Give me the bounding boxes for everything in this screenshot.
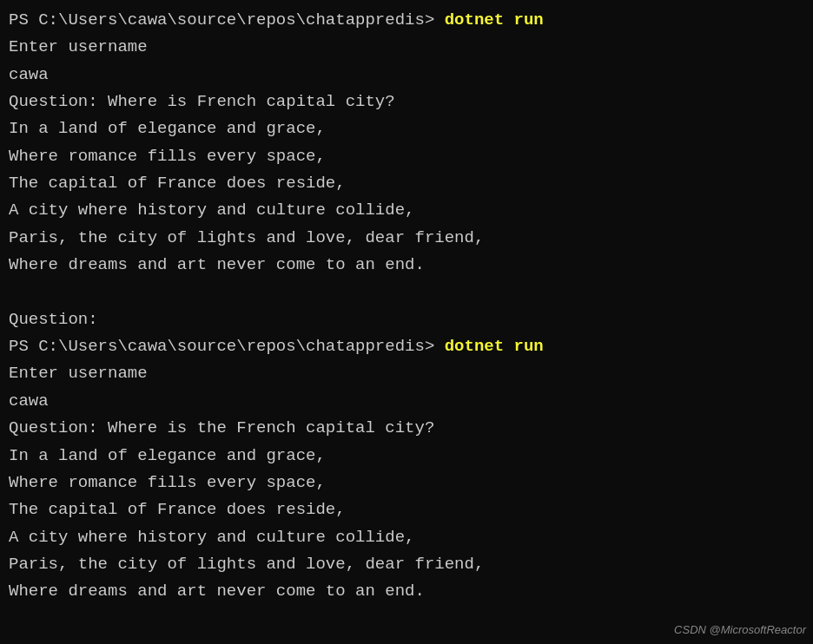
terminal-line: In a land of elegance and grace, bbox=[9, 443, 804, 470]
terminal-line: A city where history and culture collide… bbox=[9, 197, 804, 224]
terminal-line: The capital of France does reside, bbox=[9, 170, 804, 197]
terminal-line: Paris, the city of lights and love, dear… bbox=[9, 551, 804, 578]
watermark: CSDN @MicrosoftReactor bbox=[674, 621, 806, 639]
terminal-line: Enter username bbox=[9, 360, 804, 387]
terminal-line: Where romance fills every space, bbox=[9, 143, 804, 170]
terminal-line: Enter username bbox=[9, 34, 804, 61]
terminal-container: PS C:\Users\cawa\source\repos\chatappred… bbox=[9, 7, 804, 606]
terminal-line: Where dreams and art never come to an en… bbox=[9, 252, 804, 279]
terminal-line: The capital of France does reside, bbox=[9, 496, 804, 523]
terminal-line: Question: Where is the French capital ci… bbox=[9, 415, 804, 442]
terminal-line: Question: Where is French capital city? bbox=[9, 89, 804, 115]
terminal-line: PS C:\Users\cawa\source\repos\chatappred… bbox=[9, 7, 804, 34]
terminal-line: PS C:\Users\cawa\source\repos\chatappred… bbox=[9, 333, 804, 360]
terminal-line: Where dreams and art never come to an en… bbox=[9, 578, 804, 605]
terminal-line: cawa bbox=[9, 388, 804, 415]
terminal-line: In a land of elegance and grace, bbox=[9, 115, 804, 142]
terminal-line: Question: bbox=[9, 306, 804, 333]
terminal-line: A city where history and culture collide… bbox=[9, 524, 804, 551]
spacer-line bbox=[9, 279, 804, 306]
terminal-line: Paris, the city of lights and love, dear… bbox=[9, 225, 804, 252]
terminal-line: Where romance fills every space, bbox=[9, 470, 804, 496]
terminal-line: cawa bbox=[9, 62, 804, 89]
